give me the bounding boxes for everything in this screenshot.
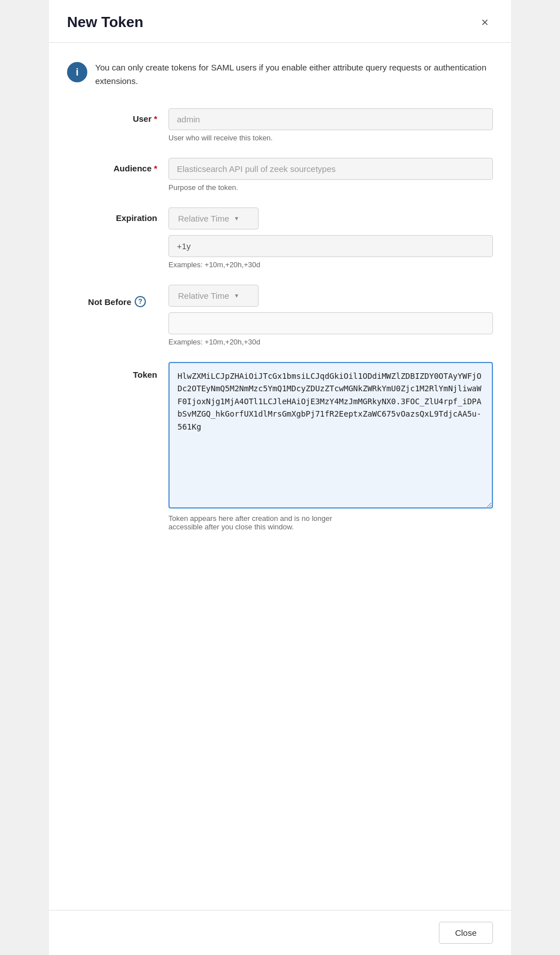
close-icon-button[interactable]: ×: [477, 14, 493, 31]
audience-input[interactable]: [168, 158, 493, 180]
expiration-dropdown-label: Relative Time: [178, 214, 229, 223]
not-before-label: Not Before ?: [67, 285, 168, 307]
user-controls: User who will receive this token.: [168, 108, 493, 142]
user-input[interactable]: [168, 108, 493, 130]
expiration-field-row: Expiration Relative Time ▼ Examples: +10…: [67, 207, 493, 269]
audience-label: Audience *: [67, 158, 168, 173]
token-label: Token: [67, 362, 168, 379]
token-textarea[interactable]: HlwZXMiLCJpZHAiOiJTcGx1bmsiLCJqdGkiOil1O…: [168, 362, 493, 509]
expiration-controls: Relative Time ▼ Examples: +10m,+20h,+30d: [168, 207, 493, 269]
not-before-field-row: Not Before ? Relative Time ▼ Examples: +…: [67, 285, 493, 346]
audience-field-row: Audience * Purpose of the token.: [67, 158, 493, 192]
token-hint: Token appears here after creation and is…: [168, 514, 493, 531]
modal-title: New Token: [67, 14, 143, 31]
new-token-modal: New Token × i You can only create tokens…: [49, 0, 511, 955]
user-hint: User who will receive this token.: [168, 134, 493, 142]
modal-body: i You can only create tokens for SAML us…: [49, 43, 511, 910]
info-banner: i You can only create tokens for SAML us…: [67, 61, 493, 88]
chevron-down-icon: ▼: [234, 215, 239, 222]
modal-header: New Token ×: [49, 0, 511, 43]
user-field-row: User * User who will receive this token.: [67, 108, 493, 142]
expiration-hint: Examples: +10m,+20h,+30d: [168, 260, 493, 269]
not-before-input[interactable]: [168, 312, 493, 334]
expiration-input[interactable]: [168, 235, 493, 257]
expiration-dropdown[interactable]: Relative Time ▼: [168, 207, 259, 229]
not-before-controls: Relative Time ▼ Examples: +10m,+20h,+30d: [168, 285, 493, 346]
user-label: User *: [67, 108, 168, 123]
audience-controls: Purpose of the token.: [168, 158, 493, 192]
info-text: You can only create tokens for SAML user…: [95, 61, 493, 88]
user-required-marker: *: [154, 114, 157, 123]
close-button[interactable]: Close: [439, 922, 493, 944]
chevron-down-icon: ▼: [234, 293, 239, 299]
expiration-label: Expiration: [67, 207, 168, 223]
audience-hint: Purpose of the token.: [168, 183, 493, 192]
not-before-hint: Examples: +10m,+20h,+30d: [168, 338, 493, 346]
info-icon: i: [67, 62, 87, 82]
not-before-dropdown[interactable]: Relative Time ▼: [168, 285, 259, 307]
audience-required-marker: *: [154, 163, 157, 173]
token-field-row: Token HlwZXMiLCJpZHAiOiJTcGx1bmsiLCJqdGk…: [67, 362, 493, 531]
not-before-help-icon[interactable]: ?: [135, 296, 146, 307]
modal-footer: Close: [49, 910, 511, 955]
not-before-dropdown-label: Relative Time: [178, 291, 229, 300]
token-controls: HlwZXMiLCJpZHAiOiJTcGx1bmsiLCJqdGkiOil1O…: [168, 362, 493, 531]
